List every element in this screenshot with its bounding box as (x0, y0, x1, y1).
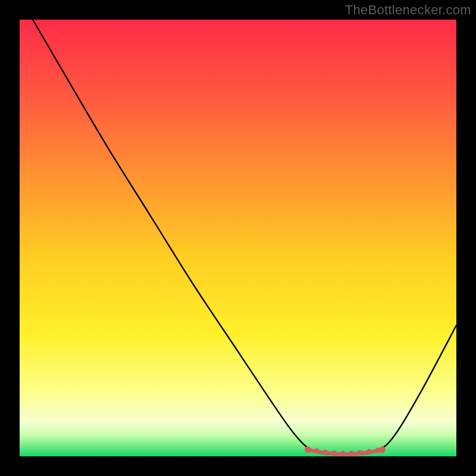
optimal-marker-dot (367, 449, 372, 455)
plot-area (20, 20, 456, 456)
optimal-marker-dot (322, 450, 328, 455)
watermark-text: TheBottlenecker.com (345, 2, 471, 18)
optimal-marker-dot (314, 449, 320, 454)
gradient-background (20, 20, 456, 456)
bottleneck-curve-chart (20, 20, 456, 456)
optimal-marker-dot (379, 446, 386, 453)
optimal-marker-dot (331, 450, 337, 456)
chart-frame: TheBottlenecker.com (0, 0, 476, 476)
optimal-marker-dot (358, 450, 363, 456)
optimal-marker-dot (305, 446, 311, 453)
optimal-marker-dot (349, 451, 354, 456)
optimal-marker-dot (340, 451, 346, 456)
